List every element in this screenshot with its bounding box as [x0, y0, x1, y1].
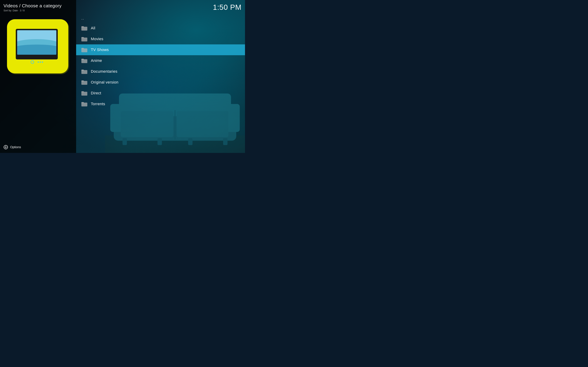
tv-dot-1 [38, 61, 39, 63]
svg-rect-15 [157, 138, 162, 145]
header: Videos / Choose a category Sort by: Date… [0, 0, 65, 14]
menu-item-original-version[interactable]: Original version [76, 77, 245, 88]
options-bar[interactable]: Options [0, 141, 76, 153]
menu-item-movies[interactable]: Movies [76, 33, 245, 44]
menu-item-all[interactable]: All [76, 23, 245, 33]
menu-item-label-anime: Anime [91, 58, 102, 63]
svg-rect-14 [122, 138, 127, 145]
menu-list: .. All Movies TV Shows Anime Documentari… [76, 14, 245, 109]
menu-item-documentaries[interactable]: Documentaries [76, 66, 245, 77]
tv-base-circle [31, 60, 34, 64]
app-logo [7, 19, 68, 73]
menu-item-label-movies: Movies [91, 37, 104, 41]
page-title: Videos / Choose a category [3, 3, 62, 8]
options-icon [3, 145, 8, 150]
menu-item-torrents[interactable]: Torrents [76, 99, 245, 109]
svg-rect-16 [188, 138, 192, 145]
menu-item-label-original-version: Original version [91, 80, 119, 84]
menu-item-label-direct: Direct [91, 91, 101, 95]
tv-wave-2 [17, 45, 56, 50]
tv-dot-3 [42, 61, 43, 63]
tv-frame [16, 29, 58, 59]
folder-icon-anime [81, 58, 87, 63]
menu-item-label-torrents: Torrents [91, 102, 105, 106]
folder-icon-movies [81, 36, 87, 42]
folder-icon-all [81, 26, 87, 31]
tv-stand [16, 60, 58, 64]
tv-screen [17, 30, 56, 55]
logo-area [7, 19, 68, 73]
menu-item-label-tv-shows: TV Shows [91, 48, 109, 52]
menu-item-tv-shows[interactable]: TV Shows [76, 44, 245, 55]
parent-nav-item[interactable]: .. [76, 14, 245, 23]
svg-rect-17 [223, 138, 227, 145]
tv-dots [38, 61, 43, 63]
folder-icon-original-version [81, 80, 87, 85]
sort-info: Sort by: Date · 3 / 8 [3, 9, 62, 12]
right-panel: .. All Movies TV Shows Anime Documentari… [76, 0, 245, 153]
tv-monitor-icon [16, 29, 60, 64]
menu-item-direct[interactable]: Direct [76, 88, 245, 99]
folder-icon-direct [81, 91, 87, 96]
folder-icon-tv-shows [81, 47, 87, 52]
left-panel: Videos / Choose a category Sort by: Date… [0, 0, 76, 153]
menu-item-label-all: All [91, 26, 95, 30]
clock: 1:50 PM [213, 3, 242, 12]
folder-icon-torrents [81, 101, 87, 106]
svg-rect-12 [121, 111, 173, 137]
tv-dot-2 [40, 61, 41, 63]
svg-point-5 [5, 147, 6, 148]
menu-item-label-documentaries: Documentaries [91, 69, 117, 74]
folder-icon-documentaries [81, 69, 87, 74]
options-label: Options [10, 145, 21, 149]
svg-rect-13 [177, 111, 228, 137]
menu-item-anime[interactable]: Anime [76, 55, 245, 66]
